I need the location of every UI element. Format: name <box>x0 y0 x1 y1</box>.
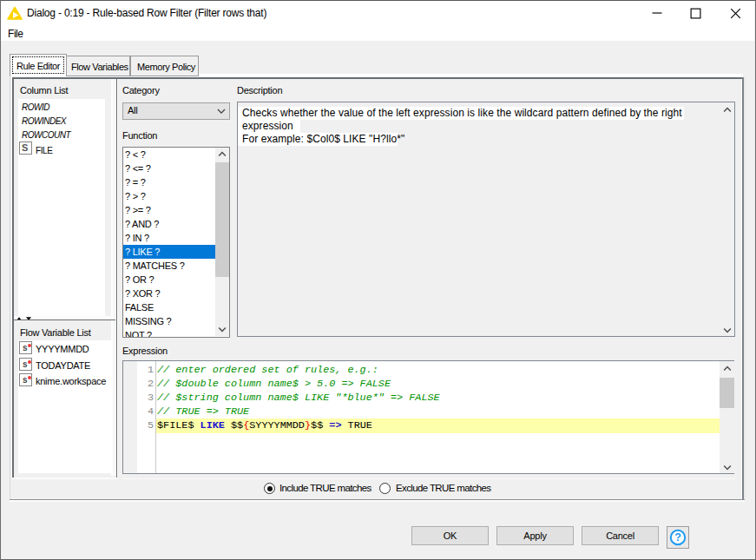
svg-text:?: ? <box>674 531 681 544</box>
